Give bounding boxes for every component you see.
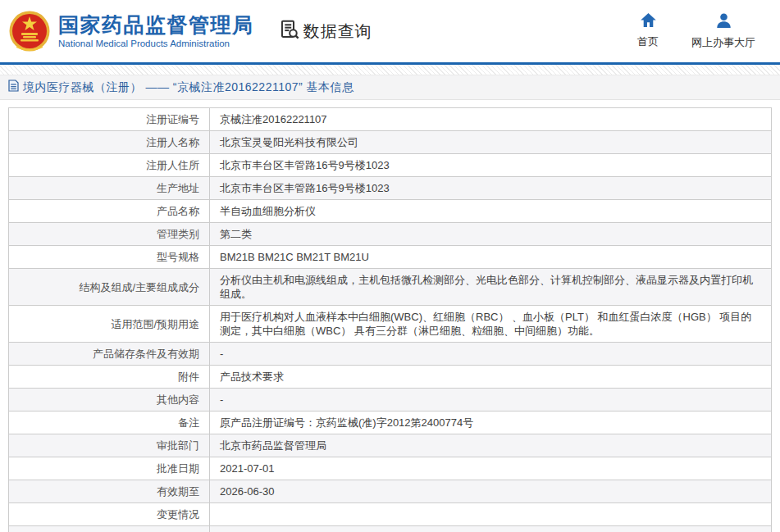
registration-info-table: 注册证编号京械注准20162221107注册人名称北京宝灵曼阳光科技有限公司注册… (8, 107, 772, 532)
section-title: 数据查询 (303, 20, 372, 43)
field-label: 批准日期 (9, 457, 210, 480)
site-subtitle: National Medical Products Administration (58, 38, 254, 49)
table-row: 变更情况 (9, 503, 772, 526)
field-label: 管理类别 (9, 223, 210, 246)
field-value: 北京市药品监督管理局 (210, 434, 772, 457)
field-value: 北京市丰台区丰管路16号9号楼1023 (210, 154, 772, 177)
table-row: 型号规格BM21B BM21C BM21T BM21U (9, 246, 772, 269)
table-row: 注册人住所北京市丰台区丰管路16号9号楼1023 (9, 154, 772, 177)
table-row: 注册证编号京械注准20162221107 (9, 108, 772, 131)
brand-block: 国家药品监督管理局 National Medical Products Admi… (58, 13, 254, 49)
field-value: 用于医疗机构对人血液样本中白细胞(WBC)、红细胞（RBC） 、血小板（PLT）… (210, 306, 772, 343)
field-label: 备注 (9, 412, 210, 434)
breadcrumb-text: 境内医疗器械（注册） —— “京械注准20162221107” 基本信息 (23, 80, 354, 95)
field-value: 京械注准20162221107 (210, 108, 772, 131)
site-title: 国家药品监督管理局 (58, 13, 254, 36)
field-label: 其他内容 (9, 389, 210, 412)
field-value (210, 503, 772, 526)
field-label: 结构及组成/主要组成成分 (9, 269, 210, 306)
table-row: 管理类别第二类 (9, 223, 772, 246)
field-label: 注册证编号 (9, 108, 210, 131)
table-row: 注详情 (9, 526, 772, 532)
nav-item-service-hall[interactable]: 网上办事大厅 (691, 13, 755, 50)
nav-label: 网上办事大厅 (691, 35, 755, 50)
section-heading: 数据查询 (279, 19, 372, 44)
document-icon (8, 80, 23, 95)
registration-info-table-wrap: 注册证编号京械注准20162221107注册人名称北京宝灵曼阳光科技有限公司注册… (0, 100, 780, 532)
table-row: 审批部门北京市药品监督管理局 (9, 434, 772, 457)
field-value: 2021-07-01 (210, 457, 772, 480)
field-value: 第二类 (210, 223, 772, 246)
table-row: 产品名称半自动血细胞分析仪 (9, 200, 772, 223)
field-label: 注 (9, 526, 210, 532)
field-label: 生产地址 (9, 177, 210, 200)
field-label: 产品储存条件及有效期 (9, 343, 210, 366)
field-label: 注册人住所 (9, 154, 210, 177)
nav-label: 首页 (637, 34, 659, 49)
table-row: 产品储存条件及有效期- (9, 343, 772, 366)
field-label: 附件 (9, 366, 210, 389)
table-row: 适用范围/预期用途用于医疗机构对人血液样本中白细胞(WBC)、红细胞（RBC） … (9, 306, 772, 343)
field-value: 详情 (210, 526, 772, 532)
field-value: 原产品注册证编号：京药监械(准)字2012第2400774号 (210, 412, 772, 434)
field-label: 适用范围/预期用途 (9, 306, 210, 343)
table-row: 备注原产品注册证编号：京药监械(准)字2012第2400774号 (9, 412, 772, 434)
field-value: BM21B BM21C BM21T BM21U (210, 246, 772, 269)
field-value: - (210, 343, 772, 366)
top-nav: 首页 网上办事大厅 (637, 13, 769, 50)
field-value: 2026-06-30 (210, 480, 772, 503)
table-row: 有效期至2026-06-30 (9, 480, 772, 503)
table-row: 生产地址北京市丰台区丰管路16号9号楼1023 (9, 177, 772, 200)
hatched-band (0, 65, 780, 75)
data-query-icon (279, 19, 303, 44)
nav-item-home[interactable]: 首页 (637, 13, 659, 50)
field-value: 半自动血细胞分析仪 (210, 200, 772, 223)
field-label: 审批部门 (9, 434, 210, 457)
table-row: 注册人名称北京宝灵曼阳光科技有限公司 (9, 131, 772, 154)
field-value: 分析仪由主机和电源线组成，主机包括微孔检测部分、光电比色部分、计算机控制部分、液… (210, 269, 772, 306)
table-row: 结构及组成/主要组成成分分析仪由主机和电源线组成，主机包括微孔检测部分、光电比色… (9, 269, 772, 306)
field-label: 有效期至 (9, 480, 210, 503)
field-label: 产品名称 (9, 200, 210, 223)
home-icon (641, 13, 656, 34)
field-label: 型号规格 (9, 246, 210, 269)
table-row: 其他内容- (9, 389, 772, 412)
user-icon (716, 13, 732, 35)
field-label: 注册人名称 (9, 131, 210, 154)
breadcrumb: 境内医疗器械（注册） —— “京械注准20162221107” 基本信息 (0, 75, 780, 100)
nmpa-emblem-logo (8, 10, 51, 52)
table-row: 批准日期2021-07-01 (9, 457, 772, 480)
field-value: 北京市丰台区丰管路16号9号楼1023 (210, 177, 772, 200)
field-label: 变更情况 (9, 503, 210, 526)
field-value: - (210, 389, 772, 412)
page-header: 国家药品监督管理局 National Medical Products Admi… (0, 0, 780, 62)
field-value: 产品技术要求 (210, 366, 772, 389)
field-value: 北京宝灵曼阳光科技有限公司 (210, 131, 772, 154)
table-row: 附件产品技术要求 (9, 366, 772, 389)
